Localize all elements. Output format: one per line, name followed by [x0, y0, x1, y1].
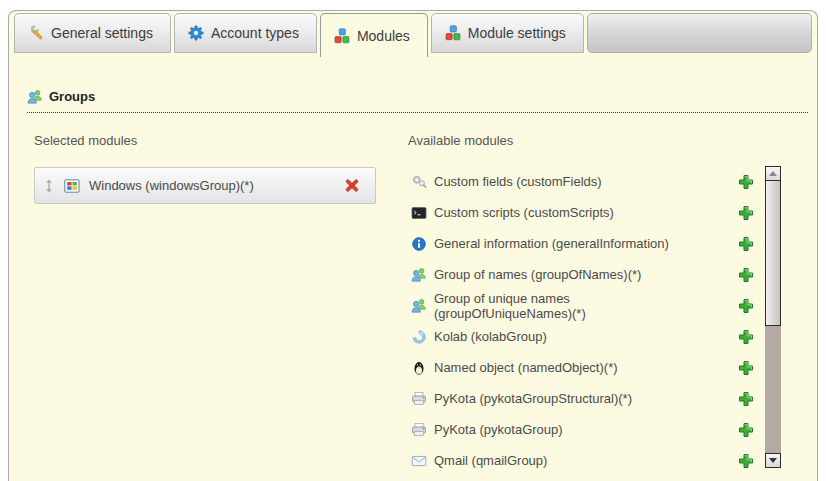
- selected-module-label: Windows (windowsGroup)(*): [89, 178, 335, 193]
- available-module-label: Custom fields (customFields): [434, 174, 731, 189]
- modules-icon: [445, 25, 461, 41]
- available-module-row: Group of unique names (groupOfUniqueName…: [411, 290, 754, 321]
- scrollbar-down-button[interactable]: [765, 453, 781, 468]
- add-module-button[interactable]: [738, 391, 754, 407]
- add-icon: [738, 360, 754, 376]
- add-icon: [738, 453, 754, 469]
- add-module-button[interactable]: [738, 360, 754, 376]
- printer-icon: [411, 422, 427, 438]
- scrollbar-track[interactable]: [765, 326, 781, 453]
- available-module-row: Qmail (qmailGroup): [411, 445, 754, 476]
- group-icon: [411, 267, 427, 283]
- windows-icon: [64, 178, 80, 194]
- available-module-row: PyKota (pykotaGroup): [411, 414, 754, 445]
- modules-tab-content: Groups Selected modules Available module…: [10, 57, 816, 481]
- terminal-icon: [411, 205, 427, 221]
- add-icon: [738, 267, 754, 283]
- scrollbar-thumb[interactable]: [765, 181, 781, 326]
- tab-module-settings[interactable]: Module settings: [431, 13, 584, 53]
- add-icon: [738, 422, 754, 438]
- groups-section-heading: Groups: [27, 87, 808, 113]
- penguin-icon: [411, 360, 427, 376]
- tab-label: Module settings: [468, 25, 566, 41]
- tab-strip-filler: [587, 13, 812, 53]
- modules-icon: [334, 28, 350, 44]
- printer-icon: [411, 391, 427, 407]
- available-module-label: Kolab (kolabGroup): [434, 329, 731, 344]
- tab-general-settings[interactable]: General settings: [14, 13, 171, 53]
- available-module-label: Group of names (groupOfNames)(*): [434, 267, 731, 282]
- add-module-button[interactable]: [738, 329, 754, 345]
- scroll-down-icon: [769, 458, 777, 463]
- available-module-label: Group of unique names (groupOfUniqueName…: [434, 291, 731, 321]
- available-module-row: Custom fields (customFields): [411, 166, 754, 197]
- kolab-icon: [411, 329, 427, 345]
- remove-module-button[interactable]: [344, 177, 361, 194]
- scroll-up-icon: [769, 171, 777, 176]
- available-module-row: PyKota (pykotaGroupStructural)(*): [411, 383, 754, 414]
- available-module-row: General information (generalInformation): [411, 228, 754, 259]
- scrollbar[interactable]: [765, 166, 781, 468]
- add-icon: [738, 174, 754, 190]
- available-module-row: Group of names (groupOfNames)(*): [411, 259, 754, 290]
- available-module-row: Named object (namedObject)(*): [411, 352, 754, 383]
- add-icon: [738, 236, 754, 252]
- tab-modules[interactable]: Modules: [320, 13, 428, 57]
- gears-icon: [411, 174, 427, 190]
- add-icon: [738, 391, 754, 407]
- available-module-label: Custom scripts (customScripts): [434, 205, 731, 220]
- add-module-button[interactable]: [738, 298, 754, 314]
- available-module-label: Qmail (qmailGroup): [434, 453, 731, 468]
- selected-modules-label: Selected modules: [34, 133, 137, 148]
- section-title: Groups: [49, 89, 95, 104]
- tab-label: General settings: [51, 25, 153, 41]
- delete-icon: [344, 177, 360, 193]
- selected-module-row[interactable]: Windows (windowsGroup)(*): [34, 167, 376, 204]
- settings-panel: General settings Account types Modules M…: [8, 10, 818, 481]
- group-icon: [27, 89, 43, 105]
- add-icon: [738, 329, 754, 345]
- available-module-label: General information (generalInformation): [434, 236, 731, 251]
- drag-handle-icon[interactable]: [43, 179, 55, 193]
- add-module-button[interactable]: [738, 205, 754, 221]
- gear-icon: [188, 25, 204, 41]
- group-icon: [411, 298, 427, 314]
- available-module-label: PyKota (pykotaGroup): [434, 422, 731, 437]
- info-icon: [411, 236, 427, 252]
- scrollbar-up-button[interactable]: [765, 166, 781, 181]
- available-module-label: PyKota (pykotaGroupStructural)(*): [434, 391, 731, 406]
- available-module-label: Named object (namedObject)(*): [434, 360, 731, 375]
- tab-bar: General settings Account types Modules M…: [14, 13, 812, 55]
- add-module-button[interactable]: [738, 422, 754, 438]
- available-modules-label: Available modules: [408, 133, 513, 148]
- available-module-row: Custom scripts (customScripts): [411, 197, 754, 228]
- add-icon: [738, 298, 754, 314]
- add-module-button[interactable]: [738, 236, 754, 252]
- add-module-button[interactable]: [738, 267, 754, 283]
- wrench-icon: [28, 25, 44, 41]
- add-module-button[interactable]: [738, 453, 754, 469]
- add-module-button[interactable]: [738, 174, 754, 190]
- envelope-icon: [411, 453, 427, 469]
- tab-label: Account types: [211, 25, 299, 41]
- tab-account-types[interactable]: Account types: [174, 13, 317, 53]
- available-module-row: Kolab (kolabGroup): [411, 321, 754, 352]
- available-modules-list: Custom fields (customFields) Custom scri…: [411, 166, 754, 476]
- tab-label: Modules: [357, 28, 410, 44]
- add-icon: [738, 205, 754, 221]
